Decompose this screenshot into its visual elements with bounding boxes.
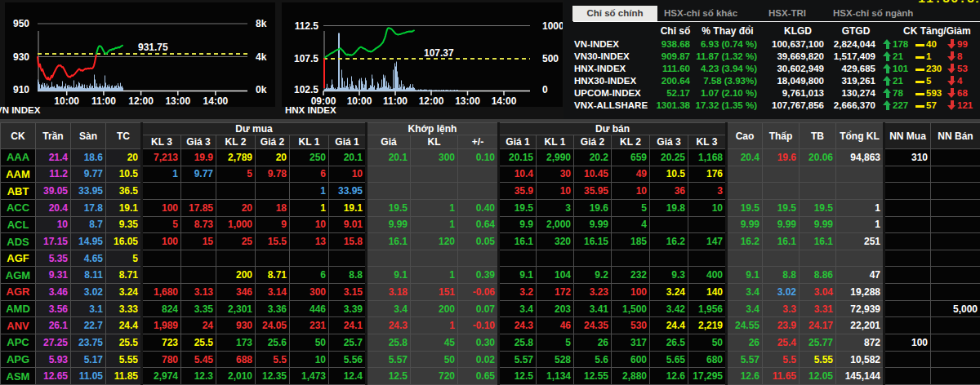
- svg-text:102.5: 102.5: [294, 84, 318, 95]
- svg-text:11:00: 11:00: [91, 95, 116, 107]
- svg-text:112.5: 112.5: [295, 20, 319, 32]
- svg-text:10:00: 10:00: [54, 95, 79, 107]
- svg-text:11:00: 11:00: [383, 95, 408, 107]
- svg-text:13:00: 13:00: [455, 95, 480, 107]
- svg-text:107.37: 107.37: [424, 47, 454, 59]
- svg-text:950: 950: [13, 18, 29, 29]
- svg-text:910: 910: [13, 84, 29, 95]
- svg-text:107.5: 107.5: [294, 53, 318, 64]
- svg-text:12:00: 12:00: [419, 95, 444, 107]
- svg-text:0: 0: [542, 84, 548, 95]
- svg-text:10:00: 10:00: [347, 95, 372, 107]
- svg-text:12:00: 12:00: [128, 95, 154, 107]
- svg-text:0k: 0k: [256, 84, 267, 95]
- svg-text:930: 930: [13, 51, 29, 63]
- svg-text:14:00: 14:00: [492, 95, 517, 107]
- svg-text:14:00: 14:00: [203, 95, 229, 107]
- svg-text:931.75: 931.75: [138, 42, 168, 53]
- svg-text:4k: 4k: [256, 51, 267, 63]
- svg-text:13:00: 13:00: [165, 95, 190, 107]
- svg-text:500: 500: [542, 53, 559, 64]
- svg-text:1000: 1000: [542, 20, 563, 32]
- svg-text:8k: 8k: [256, 18, 267, 29]
